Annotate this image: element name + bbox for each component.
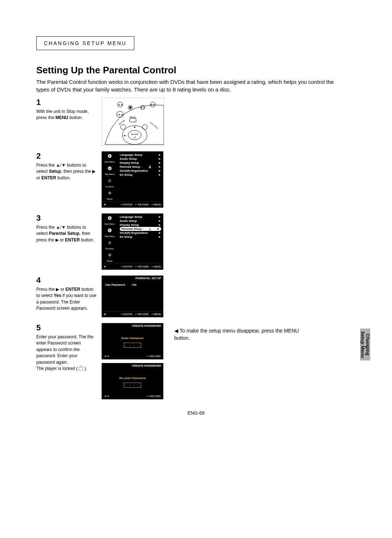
step-body: Press the ▲/▼ buttons to select Setup, t… [36, 162, 97, 181]
sidebar-label: Title Menu [105, 173, 115, 175]
svg-text:MENU: MENU [130, 116, 136, 118]
steps-list: 1 With the unit in Stop mode, press the … [36, 98, 356, 399]
menu-item: Display Setup► [120, 223, 161, 227]
step-number: 4 [36, 276, 97, 285]
title-menu-icon: 💿 [106, 165, 113, 171]
menu-item: DivX(R) Registration► [120, 169, 161, 173]
step-body: With the unit in Stop mode, press the ME… [36, 109, 97, 121]
closing-note: ▶To make the setup menu disappear, press… [174, 327, 301, 342]
menu-item-label: Audio Setup [120, 219, 137, 223]
screen-footer: 0~9↩ RETURN [102, 395, 163, 398]
function-icon: ⊞ [106, 178, 113, 183]
step-body: Press the ▲/▼ buttons to select Parental… [36, 224, 97, 243]
reenter-password-screenshot: CREATE PASSWORD Re-enter Password - - - … [102, 363, 163, 399]
chevron-right-icon: ► [158, 169, 161, 172]
screen-title: CREATE PASSWORD [102, 323, 163, 329]
chevron-right-icon: ► [158, 161, 161, 164]
chevron-right-icon: ► [158, 153, 161, 156]
sidebar-label: Setup [107, 260, 113, 262]
title-menu-icon: 💿 [106, 227, 113, 233]
password-prompt: Re-enter Password [102, 368, 163, 380]
step-number: 1 [36, 98, 97, 107]
chevron-right-icon: ► [158, 215, 161, 219]
step-bold: MENU [56, 115, 68, 120]
menu-item-label: DivX(R) Registration [120, 169, 148, 172]
password-field: - - - - [124, 383, 141, 388]
disc-menu-icon: 💿 [106, 153, 113, 159]
menu-item-label: EZ Setup [120, 235, 132, 239]
intro-text: The Parental Control function works in c… [36, 79, 334, 93]
svg-text:►►: ►► [150, 103, 155, 106]
svg-rect-6 [129, 106, 131, 109]
page-title: Setting Up the Parental Control [36, 65, 356, 76]
lock-icon: 🔒 [148, 165, 152, 168]
step-figure-remote: ◄◄ ►► ►II |◄◄ MENU RETURN DISC MENU ▲ ◄ … [102, 98, 163, 146]
screen-title: PARENTAL SETUP [102, 276, 163, 281]
menu-item-label: EZ Setup [120, 173, 132, 176]
step-text-fragment: ). [83, 366, 87, 371]
nav-pad-icon: ✥ [104, 313, 118, 316]
svg-text:►II: ►II [141, 106, 145, 109]
step-bold: ENTER [65, 287, 80, 292]
menu-item-label: Parental Setup : [120, 165, 142, 168]
section-header-text: CHANGING SETUP MENU [44, 40, 127, 46]
menu-sidebar: 💿Disc Menu 💿Title Menu ⊞Function ⚙Setup [102, 151, 118, 201]
nav-pad-icon: ✥ [104, 265, 118, 268]
foot-label: MENU [154, 265, 161, 268]
menu-item: EZ Setup► [120, 173, 161, 177]
step-text-fragment: Enter your password. The Re-enter Passwo… [36, 334, 94, 365]
foot-right: RETURN [150, 355, 160, 358]
disc-menu-icon: 💿 [106, 215, 113, 221]
chevron-right-icon: ► [158, 165, 161, 168]
foot-label: RETURN [138, 265, 148, 268]
chevron-right-icon: ► [158, 235, 161, 239]
step-bold: Setup [49, 169, 61, 174]
step-bold: Yes [54, 293, 61, 298]
menu-item: Language Setup► [120, 215, 161, 219]
menu-item: Audio Setup► [120, 157, 161, 161]
menu-item: Display Setup► [120, 161, 161, 165]
foot-right: RETURN [150, 395, 160, 398]
menu-sidebar: 💿Disc Menu 💿Title Menu ⊞Function ⚙Setup [102, 213, 118, 264]
step-text-fragment: button. [80, 237, 94, 242]
step-text-fragment: Press the ▶ or [36, 287, 65, 292]
row-label: Use Password [105, 283, 125, 286]
lock-icon [79, 367, 83, 371]
menu-item-label: Language Setup [120, 153, 142, 156]
menu-item: Audio Setup► [120, 219, 161, 223]
setup-menu-screenshot: 💿Disc Menu 💿Title Menu ⊞Function ⚙Setup … [102, 151, 163, 208]
menu-list: Language Setup► Audio Setup► Display Set… [118, 151, 163, 201]
svg-text:ENTER: ENTER [131, 133, 139, 135]
foot-left: 0~9 [105, 395, 109, 398]
section-header: CHANGING SETUP MENU [36, 36, 134, 50]
menu-item-label: DivX(R) Registration [120, 231, 148, 235]
nav-pad-icon: ✥ [104, 203, 118, 206]
sidebar-label: Disc Menu [105, 223, 115, 225]
menu-list: Language Setup► Audio Setup► Display Set… [118, 213, 163, 264]
menu-item: Language Setup► [120, 153, 161, 157]
page-number: ENG-69 [36, 410, 356, 416]
use-password-row: Use Password : No [102, 281, 163, 289]
password-prompt: Enter Password [102, 329, 163, 340]
chevron-right-icon: ► [157, 227, 160, 231]
setup-icon: ⚙ [106, 252, 113, 258]
foot-label: ENTER [123, 313, 132, 315]
screen-footer: 0~9↩ RETURN [102, 355, 163, 358]
svg-text:▲: ▲ [133, 125, 136, 129]
password-field: - - - - [124, 343, 141, 348]
foot-label: MENU [154, 203, 161, 206]
intro-paragraph: The Parental Control function works in c… [36, 78, 345, 93]
sidebar-label: Title Menu [105, 235, 115, 237]
step-2: 2 Press the ▲/▼ buttons to select Setup,… [36, 151, 356, 208]
sidebar-label: Function [105, 186, 114, 188]
foot-label: RETURN [138, 313, 148, 315]
svg-text:◄◄: ◄◄ [118, 103, 123, 106]
menu-item: DivX(R) Registration► [120, 231, 161, 235]
step-number: 2 [36, 151, 97, 161]
section-tab: ChangingSetup Menu [360, 329, 370, 360]
step-body: Enter your password. The Re-enter Passwo… [36, 334, 97, 372]
screen-title: CREATE PASSWORD [102, 363, 163, 368]
step-3: 3 Press the ▲/▼ buttons to select Parent… [36, 213, 356, 270]
foot-left: 0~9 [105, 355, 109, 358]
foot-label: RETURN [138, 203, 148, 206]
